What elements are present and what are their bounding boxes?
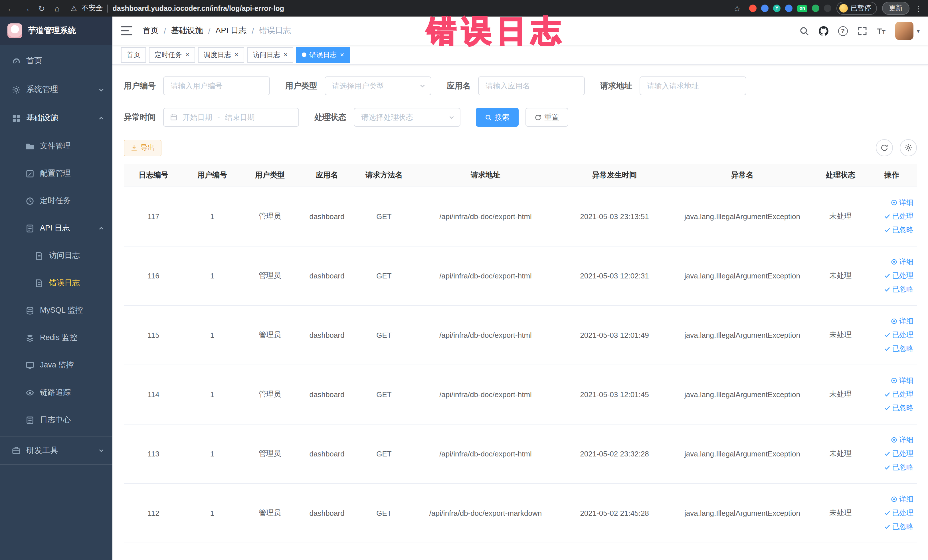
close-tab-icon[interactable]: × bbox=[185, 51, 189, 58]
user-type-cell: 管理员 bbox=[241, 365, 298, 424]
browser-update-button[interactable]: 更新 bbox=[882, 2, 910, 15]
user-id-cell: 1 bbox=[183, 424, 241, 483]
sidebar-item-infra[interactable]: 基础设施 bbox=[0, 104, 112, 132]
security-label[interactable]: 不安全 bbox=[82, 3, 103, 13]
font-size-icon[interactable]: TT bbox=[877, 26, 885, 36]
url-text[interactable]: dashboard.yudao.iocoder.cn/infra/log/api… bbox=[113, 4, 284, 12]
user-id-input[interactable] bbox=[163, 76, 270, 95]
breadcrumb-item[interactable]: API 日志 bbox=[216, 26, 247, 36]
action-detail-link[interactable]: 详细 bbox=[870, 492, 913, 506]
extension-icon[interactable] bbox=[749, 5, 757, 12]
sidebar-item-trace[interactable]: 链路追踪 bbox=[0, 379, 112, 406]
breadcrumb-separator: / bbox=[252, 26, 254, 35]
breadcrumb-item[interactable]: 基础设施 bbox=[171, 26, 203, 36]
export-button[interactable]: 导出 bbox=[124, 139, 162, 156]
exception-time-cell: 2021-05-03 12:02:31 bbox=[559, 246, 670, 305]
action-detail-link[interactable]: 详细 bbox=[870, 255, 913, 269]
tab-错误日志[interactable]: 错误日志× bbox=[296, 47, 350, 63]
app-name-input[interactable] bbox=[478, 76, 585, 95]
sidebar-item-label: 研发工具 bbox=[26, 445, 58, 456]
search-button[interactable]: 搜索 bbox=[476, 108, 519, 127]
action-detail-link[interactable]: 详细 bbox=[870, 374, 913, 388]
bookmark-star-icon[interactable]: ☆ bbox=[733, 4, 740, 13]
sidebar-toggle-icon[interactable] bbox=[121, 26, 132, 35]
sidebar-item-system[interactable]: 系统管理 bbox=[0, 75, 112, 104]
reset-button[interactable]: 重置 bbox=[525, 108, 568, 127]
tab-访问日志[interactable]: 访问日志× bbox=[247, 47, 293, 63]
sidebar-item-error-log[interactable]: 错误日志 bbox=[0, 269, 112, 297]
chevron-down-icon bbox=[98, 87, 104, 93]
sidebar-item-job[interactable]: 定时任务 bbox=[0, 187, 112, 215]
fullscreen-icon[interactable] bbox=[857, 26, 867, 36]
not-secure-warning-icon: ⚠ bbox=[71, 4, 77, 12]
extension-icon[interactable] bbox=[812, 5, 819, 12]
close-tab-icon[interactable]: × bbox=[284, 51, 288, 58]
browser-menu-icon[interactable]: ⋮ bbox=[914, 4, 923, 13]
action-processed-link[interactable]: 已处理 bbox=[870, 328, 913, 342]
tab-定时任务[interactable]: 定时任务× bbox=[149, 47, 195, 63]
action-processed-link[interactable]: 已处理 bbox=[870, 447, 913, 461]
extension-icon[interactable] bbox=[785, 5, 792, 12]
action-ignored-link[interactable]: 已忽略 bbox=[870, 520, 913, 534]
action-ignored-link[interactable]: 已忽略 bbox=[870, 401, 913, 415]
table-row: 1171管理员dashboardGET/api/infra/db-doc/exp… bbox=[124, 186, 917, 246]
page: ← → ↻ ⌂ ⚠ 不安全 dashboard.yudao.iocoder.cn… bbox=[0, 0, 928, 560]
user-menu[interactable]: ▾ bbox=[895, 22, 920, 40]
profile-paused-badge[interactable]: 已暂停 bbox=[836, 2, 877, 15]
action-ignored-link[interactable]: 已忽略 bbox=[870, 461, 913, 474]
extension-icon[interactable] bbox=[824, 5, 831, 12]
action-ignored-link[interactable]: 已忽略 bbox=[870, 342, 913, 356]
github-icon[interactable] bbox=[818, 26, 828, 36]
request-url-input[interactable] bbox=[640, 76, 746, 95]
action-detail-link[interactable]: 详细 bbox=[870, 196, 913, 209]
action-processed-link[interactable]: 已处理 bbox=[870, 269, 913, 282]
app-title: 芋道管理系统 bbox=[28, 26, 76, 36]
sidebar-item-mysql[interactable]: MySQL 监控 bbox=[0, 297, 112, 324]
exception-time-range-picker[interactable]: 开始日期 - 结束日期 bbox=[163, 108, 299, 127]
action-ignored-link[interactable]: 已忽略 bbox=[870, 282, 913, 296]
action-processed-link[interactable]: 已处理 bbox=[870, 506, 913, 520]
reload-icon[interactable]: ↻ bbox=[37, 3, 47, 14]
sidebar-item-config[interactable]: 配置管理 bbox=[0, 160, 112, 187]
close-tab-icon[interactable]: × bbox=[235, 51, 238, 58]
extension-icon[interactable]: on bbox=[797, 5, 807, 12]
home-icon[interactable]: ⌂ bbox=[52, 3, 62, 14]
extension-icon[interactable]: Y bbox=[773, 5, 780, 12]
table-header-row: 日志编号用户编号用户类型应用名请求方法名请求地址异常发生时间异常名处理状态操作 bbox=[124, 164, 917, 186]
extension-icon[interactable] bbox=[761, 5, 769, 12]
sidebar-item-dev-tools[interactable]: 研发工具 bbox=[0, 436, 112, 465]
action-processed-link[interactable]: 已处理 bbox=[870, 209, 913, 223]
browser-toolbar: ← → ↻ ⌂ ⚠ 不安全 dashboard.yudao.iocoder.cn… bbox=[0, 0, 928, 17]
column-settings-button[interactable] bbox=[900, 139, 917, 156]
app-name-cell: dashboard bbox=[298, 483, 356, 543]
user-type-select[interactable]: 请选择用户类型 bbox=[325, 76, 431, 95]
address-bar[interactable]: ⚠ 不安全 dashboard.yudao.iocoder.cn/infra/l… bbox=[67, 0, 744, 17]
sidebar-item-redis[interactable]: Redis 监控 bbox=[0, 324, 112, 351]
refresh-table-button[interactable] bbox=[876, 139, 893, 156]
sidebar-item-java[interactable]: Java 监控 bbox=[0, 351, 112, 379]
close-tab-icon[interactable]: × bbox=[340, 51, 344, 58]
sidebar-item-log-center[interactable]: 日志中心 bbox=[0, 406, 112, 433]
sidebar-item-home[interactable]: 首页 bbox=[0, 47, 112, 75]
back-icon[interactable]: ← bbox=[6, 3, 16, 14]
help-icon[interactable]: ? bbox=[838, 26, 847, 36]
process-status-select[interactable]: 请选择处理状态 bbox=[354, 108, 461, 127]
user-id-cell: 1 bbox=[183, 246, 241, 305]
sidebar-item-file[interactable]: 文件管理 bbox=[0, 132, 112, 160]
action-processed-link[interactable]: 已处理 bbox=[870, 388, 913, 401]
tab-首页[interactable]: 首页 bbox=[121, 47, 146, 63]
sidebar-item-label: 基础设施 bbox=[26, 113, 58, 123]
search-icon[interactable] bbox=[799, 26, 809, 36]
forward-icon[interactable]: → bbox=[21, 3, 31, 14]
tab-调度日志[interactable]: 调度日志× bbox=[198, 47, 244, 63]
action-ignored-link[interactable]: 已忽略 bbox=[870, 223, 913, 237]
sidebar-item-access-log[interactable]: 访问日志 bbox=[0, 242, 112, 269]
app-logo[interactable]: 芋道管理系统 bbox=[0, 17, 112, 45]
action-detail-link[interactable]: 详细 bbox=[870, 433, 913, 447]
breadcrumb-item[interactable]: 首页 bbox=[143, 26, 159, 36]
request-url-cell: /api/infra/db-doc/export-html bbox=[412, 424, 559, 483]
infra-icon bbox=[11, 113, 21, 123]
sidebar-item-label: 首页 bbox=[26, 56, 42, 66]
action-detail-link[interactable]: 详细 bbox=[870, 314, 913, 328]
sidebar-item-api-log[interactable]: API 日志 bbox=[0, 215, 112, 242]
